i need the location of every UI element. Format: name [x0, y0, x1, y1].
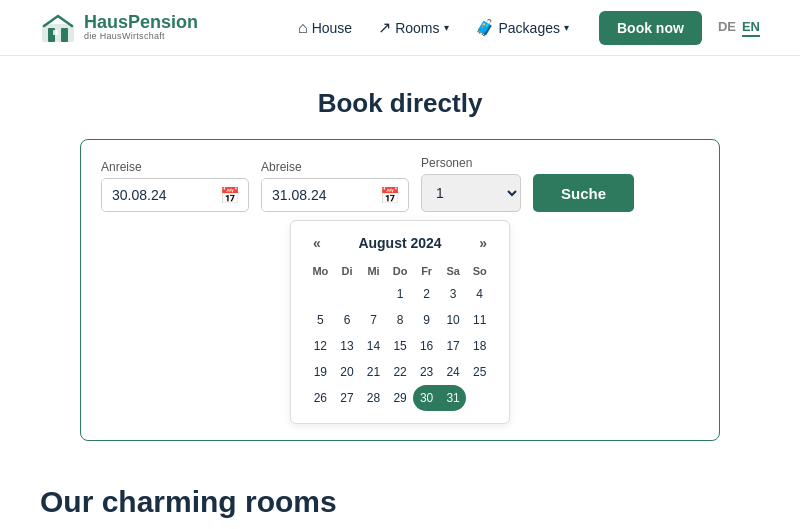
calendar-day[interactable]: 28 [360, 385, 387, 411]
calendar-day[interactable]: 26 [307, 385, 334, 411]
calendar-weekday: So [466, 261, 493, 281]
nav-packages-label: Packages [499, 20, 560, 36]
search-button[interactable]: Suche [533, 174, 634, 212]
calendar-day[interactable]: 25 [466, 359, 493, 385]
logo-tagline: die HausWirtschaft [84, 32, 198, 42]
book-now-button[interactable]: Book now [599, 11, 702, 45]
checkout-input[interactable] [262, 179, 372, 211]
calendar-day[interactable]: 13 [334, 333, 361, 359]
logo-area: HausPension die HausWirtschaft [40, 10, 198, 46]
svg-rect-2 [61, 28, 68, 42]
persons-select[interactable]: 1 2 3 4 [421, 174, 521, 212]
calendar-weekday: Mi [360, 261, 387, 281]
booking-title: Book directly [40, 88, 760, 119]
calendar-prev-button[interactable]: « [307, 233, 327, 253]
calendar-day[interactable]: 11 [466, 307, 493, 333]
calendar-weekday: Sa [440, 261, 467, 281]
packages-icon: 🧳 [475, 18, 495, 37]
calendar-month-year: August 2024 [358, 235, 441, 251]
checkin-input[interactable] [102, 179, 212, 211]
calendar-day [334, 281, 361, 307]
main-content: Book directly Anreise 📅 Abreise 📅 Person… [0, 56, 800, 529]
nav-rooms-label: Rooms [395, 20, 439, 36]
calendar-day[interactable]: 16 [413, 333, 440, 359]
checkin-input-wrap: 📅 [101, 178, 249, 212]
nav-packages[interactable]: 🧳 Packages ▾ [465, 12, 579, 43]
calendar-weekday: Di [334, 261, 361, 281]
calendar-grid: MoDiMiDoFrSaSo 1234567891011121314151617… [307, 261, 493, 411]
calendar-day[interactable]: 17 [440, 333, 467, 359]
nav-rooms[interactable]: ↗ Rooms ▾ [368, 12, 458, 43]
calendar-day[interactable]: 3 [440, 281, 467, 307]
calendar-day[interactable]: 20 [334, 359, 361, 385]
persons-label: Personen [421, 156, 521, 170]
checkout-calendar-button[interactable]: 📅 [372, 180, 408, 211]
rooms-icon: ↗ [378, 18, 391, 37]
booking-fields: Anreise 📅 Abreise 📅 Personen 1 2 3 [101, 156, 699, 212]
calendar-day[interactable]: 9 [413, 307, 440, 333]
checkout-group: Abreise 📅 [261, 160, 409, 212]
nav-house-label: House [312, 20, 352, 36]
calendar-day[interactable]: 14 [360, 333, 387, 359]
rooms-chevron-icon: ▾ [444, 22, 449, 33]
calendar-day[interactable]: 27 [334, 385, 361, 411]
logo-brand: HausPension [84, 13, 198, 33]
calendar-day[interactable]: 12 [307, 333, 334, 359]
logo-icon [40, 10, 76, 46]
calendar-day[interactable]: 4 [466, 281, 493, 307]
calendar-weekdays: MoDiMiDoFrSaSo [307, 261, 493, 281]
house-icon: ⌂ [298, 19, 308, 37]
calendar-next-button[interactable]: » [473, 233, 493, 253]
calendar-day[interactable]: 6 [334, 307, 361, 333]
checkin-label: Anreise [101, 160, 249, 174]
calendar-day[interactable]: 22 [387, 359, 414, 385]
calendar-day[interactable]: 31 [440, 385, 467, 411]
calendar-day[interactable]: 2 [413, 281, 440, 307]
rooms-section: Our charming rooms Unique Design Our roo… [40, 465, 760, 529]
calendar-day[interactable]: 19 [307, 359, 334, 385]
calendar-day[interactable]: 8 [387, 307, 414, 333]
svg-rect-3 [53, 30, 58, 35]
checkin-calendar-button[interactable]: 📅 [212, 180, 248, 211]
calendar-day [466, 385, 493, 411]
nav-house[interactable]: ⌂ House [288, 13, 362, 43]
calendar: « August 2024 » MoDiMiDoFrSaSo 123456789… [290, 220, 510, 424]
calendar-weekday: Do [387, 261, 414, 281]
lang-de-button[interactable]: DE [718, 19, 736, 37]
checkout-input-wrap: 📅 [261, 178, 409, 212]
calendar-day[interactable]: 1 [387, 281, 414, 307]
calendar-day[interactable]: 29 [387, 385, 414, 411]
calendar-day[interactable]: 24 [440, 359, 467, 385]
calendar-day[interactable]: 23 [413, 359, 440, 385]
booking-widget: Anreise 📅 Abreise 📅 Personen 1 2 3 [80, 139, 720, 441]
calendar-day[interactable]: 21 [360, 359, 387, 385]
navbar: HausPension die HausWirtschaft ⌂ House ↗… [0, 0, 800, 56]
calendar-day[interactable]: 30 [413, 385, 440, 411]
checkin-group: Anreise 📅 [101, 160, 249, 212]
calendar-day [360, 281, 387, 307]
logo-text: HausPension die HausWirtschaft [84, 13, 198, 43]
calendar-header: « August 2024 » [307, 233, 493, 253]
lang-en-button[interactable]: EN [742, 19, 760, 37]
rooms-title: Our charming rooms [40, 485, 760, 519]
checkout-label: Abreise [261, 160, 409, 174]
calendar-weekday: Fr [413, 261, 440, 281]
calendar-day[interactable]: 15 [387, 333, 414, 359]
packages-chevron-icon: ▾ [564, 22, 569, 33]
calendar-day[interactable]: 5 [307, 307, 334, 333]
calendar-day[interactable]: 10 [440, 307, 467, 333]
calendar-day[interactable]: 7 [360, 307, 387, 333]
persons-group: Personen 1 2 3 4 [421, 156, 521, 212]
nav-links: ⌂ House ↗ Rooms ▾ 🧳 Packages ▾ [288, 12, 579, 43]
calendar-weekday: Mo [307, 261, 334, 281]
calendar-body: 1234567891011121314151617181920212223242… [307, 281, 493, 411]
lang-switch: DE EN [718, 19, 760, 37]
calendar-day[interactable]: 18 [466, 333, 493, 359]
calendar-day [307, 281, 334, 307]
